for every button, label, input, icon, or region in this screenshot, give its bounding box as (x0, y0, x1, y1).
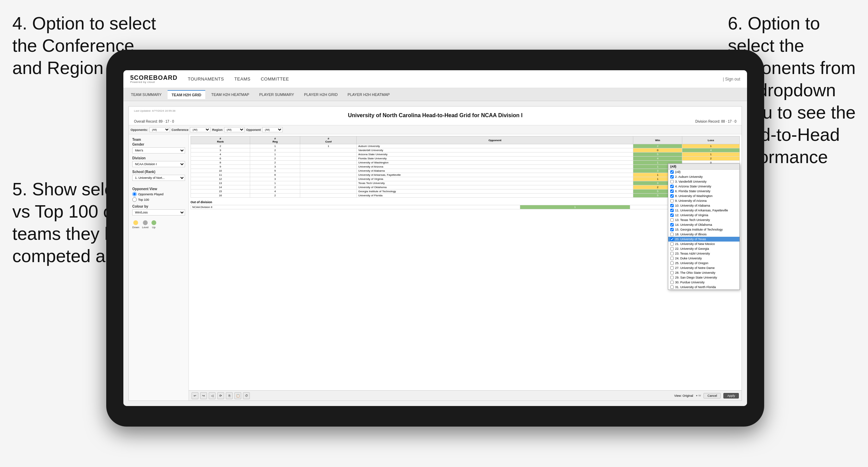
out-of-div-table: NCAA Division II 1 0 (191, 205, 740, 209)
dropdown-item[interactable]: 12. University of Virginia (668, 213, 739, 218)
dropdown-item[interactable]: 30. Purdue University (668, 280, 739, 285)
dropdown-item[interactable]: 27. University of Notre Dame (668, 266, 739, 270)
dropdown-item[interactable]: 20. University of Texas (668, 237, 739, 242)
dropdown-item[interactable]: 10. University of Alabama (668, 203, 739, 208)
subnav-team-h2h-heatmap[interactable]: TEAM H2H HEATMAP (207, 90, 253, 99)
dropdown-item[interactable]: 24. Duke University (668, 256, 739, 261)
nav-committee[interactable]: COMMITTEE (261, 75, 289, 83)
school-select[interactable]: 1. University of Nort... (132, 175, 185, 181)
right-inner: #Rank #Reg #Conf Opponent Win Loss (189, 134, 742, 401)
dropdown-item[interactable]: 28. The Ohio State University (668, 270, 739, 275)
dropdown-item[interactable]: 4. Arizona State University (668, 184, 739, 189)
cell-reg: 2 (250, 157, 300, 161)
filter-group-conference: Conference (All) (172, 127, 211, 132)
color-dot-up (151, 220, 156, 225)
cell-opponent: Vanderbilt University (357, 148, 633, 152)
dropdown-item[interactable]: 18. University of Illinois (668, 232, 739, 237)
apply-button[interactable]: Apply (723, 393, 739, 398)
toolbar-mode: ● W (696, 394, 701, 397)
cell-conf (300, 181, 357, 185)
subnav-team-h2h-grid[interactable]: TEAM H2H GRID (168, 90, 206, 99)
view-label: View: Original (674, 394, 693, 397)
cell-loss: 4 (682, 148, 740, 152)
toolbar-redo[interactable]: ↪ (200, 392, 207, 399)
toolbar-copy[interactable]: ⎘ (226, 392, 233, 399)
col-loss: Loss (682, 136, 740, 144)
dropdown-item[interactable]: 21. University of New Mexico (668, 242, 739, 246)
dropdown-item[interactable]: 11. University of Arkansas, Fayetteville (668, 208, 739, 213)
opponent-dropdown[interactable]: (All)(All)2. Auburn University3. Vanderb… (668, 163, 740, 290)
ood-division: NCAA Division II (191, 205, 520, 209)
dropdown-item[interactable]: 15. Georgia Institute of Technology (668, 227, 739, 232)
gender-select[interactable]: Men's (132, 147, 185, 153)
dropdown-item[interactable]: 22. University of Georgia (668, 246, 739, 251)
radio-opponents-played[interactable]: Opponents Played (132, 192, 185, 196)
dropdown-item[interactable]: 31. University of North Florida (668, 285, 739, 290)
cell-rank: 4 (191, 152, 250, 157)
color-dot-down (133, 220, 138, 225)
conference-select[interactable]: (All) (190, 127, 210, 132)
table-row: 14 2 University of Oklahoma 2 2 (191, 185, 740, 189)
radio-top-100[interactable]: Top 100 (132, 197, 185, 202)
cell-conf (300, 165, 357, 169)
dropdown-item[interactable]: 25. University of Oregon (668, 261, 739, 266)
team-label: Team (132, 138, 185, 142)
dropdown-item[interactable]: 9. University of Arizona (668, 198, 739, 203)
nav-items: TOURNAMENTS TEAMS COMMITTEE (188, 75, 723, 83)
data-area[interactable]: #Rank #Reg #Conf Opponent Win Loss (189, 134, 742, 390)
subnav-player-summary[interactable]: PLAYER SUMMARY (255, 90, 298, 99)
dropdown-item[interactable]: 3. Vanderbilt University (668, 179, 739, 184)
cell-reg: 4 (250, 189, 300, 194)
nav-teams[interactable]: TEAMS (234, 75, 250, 83)
dropdown-header: (All) (668, 164, 739, 170)
division-record: Division Record: 88 · 17 · 0 (695, 120, 736, 123)
cell-conf (300, 152, 357, 157)
cell-opponent: Arizona State University (357, 152, 633, 157)
nav-tournaments[interactable]: TOURNAMENTS (188, 75, 224, 83)
toolbar-clock[interactable]: ⏱ (243, 392, 250, 399)
toolbar-back[interactable]: ◁ (209, 392, 216, 399)
opponent-view-radio-group: Opponents Played Top 100 (132, 192, 185, 202)
dropdown-item[interactable]: 8. University of Washington (668, 194, 739, 198)
cell-opponent: University of Alabama (357, 169, 633, 173)
cell-rank: 3 (191, 148, 250, 152)
nav-bar: 5COREBOARD Powered by cloud TOURNAMENTS … (123, 70, 747, 88)
dropdown-item[interactable]: 13. Texas Tech University (668, 218, 739, 222)
colour-select[interactable]: Win/Loss (132, 209, 185, 216)
col-rank: #Rank (191, 136, 250, 144)
cell-win: 2 (633, 144, 682, 148)
division-select[interactable]: NCAA Division I (132, 161, 185, 167)
cell-conf (300, 157, 357, 161)
cell-reg: 5 (250, 169, 300, 173)
cell-opponent: Georgia Institute of Technology (357, 189, 633, 194)
colour-label: Colour by (132, 205, 185, 208)
opponent-select[interactable]: (All) (262, 127, 283, 132)
dropdown-item[interactable]: 23. Texas A&M University (668, 251, 739, 256)
nav-signout[interactable]: | Sign out (723, 77, 740, 82)
cell-conf (300, 161, 357, 165)
dropdown-item[interactable]: (All) (668, 170, 739, 174)
toolbar-refresh[interactable]: ⟳ (217, 392, 224, 399)
opponents-select[interactable]: (All) (149, 127, 170, 132)
color-label-down: Down (132, 226, 139, 229)
subnav-team-summary[interactable]: TEAM SUMMARY (127, 90, 166, 99)
cell-rank: 9 (191, 165, 250, 169)
region-select[interactable]: (All) (224, 127, 245, 132)
cancel-button[interactable]: Cancel (704, 393, 721, 398)
toolbar-paste[interactable]: 📋 (234, 392, 241, 399)
dropdown-item[interactable]: 6. Florida State University (668, 189, 739, 194)
subnav-player-h2h-heatmap[interactable]: PLAYER H2H HEATMAP (343, 90, 394, 99)
subnav-player-h2h-grid[interactable]: PLAYER H2H GRID (300, 90, 342, 99)
toolbar-undo[interactable]: ↩ (192, 392, 198, 399)
report-area: Last Updated: 4/??/2024 16:55:38 Univers… (129, 106, 742, 401)
cell-conf (300, 177, 357, 181)
cell-rank: 8 (191, 161, 250, 165)
dropdown-item[interactable]: 2. Auburn University (668, 174, 739, 179)
color-label-level: Level (142, 226, 148, 229)
ood-win: 1 (520, 205, 630, 209)
dropdown-item[interactable]: 29. San Diego State University (668, 275, 739, 280)
cell-win: 5 (633, 152, 682, 157)
dropdown-item[interactable]: 14. University of Oklahoma (668, 222, 739, 227)
cell-rank: 13 (191, 181, 250, 185)
report-body: Team Gender Men's Division NCAA Division… (129, 134, 742, 401)
